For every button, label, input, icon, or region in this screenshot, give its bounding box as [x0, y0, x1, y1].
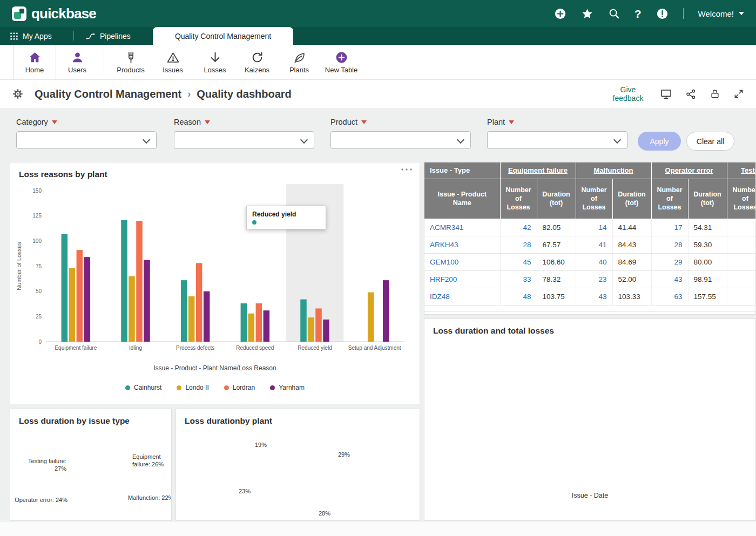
svg-text:Number of Losses: Number of Losses — [16, 242, 22, 290]
toolbar-item-users[interactable]: Users — [56, 45, 98, 79]
svg-text:Idling: Idling — [129, 345, 142, 351]
bar-lordran — [196, 263, 202, 342]
filter-label-plant: Plant — [487, 118, 505, 126]
svg-text:100: 100 — [32, 238, 42, 244]
clear-all-button[interactable]: Clear all — [686, 132, 734, 151]
losses-count-link[interactable] — [727, 253, 756, 270]
legend-dot — [177, 385, 181, 390]
display-mode-icon[interactable] — [660, 88, 672, 100]
give-feedback-link[interactable]: Give feedback — [609, 85, 647, 103]
duration-value: 59.30 — [688, 236, 727, 253]
losses-count-link[interactable]: 48 — [500, 288, 537, 305]
filter-marker-icon — [361, 120, 367, 124]
column-header-malfunction[interactable]: Malfunction — [576, 162, 651, 179]
losses-count-link[interactable]: 17 — [651, 219, 688, 236]
product-select[interactable] — [330, 131, 471, 149]
pipelines-link[interactable]: Pipelines — [85, 27, 131, 45]
issue-type-table-panel: Issue - TypeEquipment failureMalfunction… — [424, 162, 756, 315]
toolbar-item-label: Users — [68, 66, 86, 74]
svg-text:Reduced yield: Reduced yield — [298, 345, 332, 351]
panel-menu-icon[interactable] — [400, 168, 413, 171]
my-apps-link[interactable]: My Apps — [10, 27, 52, 45]
legend-item-lordran: Lordran — [224, 384, 255, 391]
losses-count-link[interactable]: 41 — [576, 236, 612, 253]
product-name-link[interactable]: HRF200 — [424, 270, 500, 288]
bar-cainhurst — [241, 303, 247, 342]
welcome-menu[interactable]: Welcome! — [698, 9, 744, 18]
add-icon[interactable] — [554, 8, 566, 20]
column-header-testing-failure[interactable]: Testing failure — [727, 162, 756, 179]
svg-text:25: 25 — [36, 314, 42, 320]
pie-label: Equipment failure: 26% — [132, 453, 172, 469]
filter-label-product: Product — [330, 118, 357, 126]
losses-count-link[interactable]: 43 — [651, 270, 688, 288]
losses-count-link[interactable]: 40 — [576, 253, 612, 270]
toolbar-item-products[interactable]: Products — [110, 45, 152, 79]
losses-count-link[interactable]: 28 — [651, 236, 688, 253]
toolbar-item-issues[interactable]: Issues — [152, 45, 194, 79]
toolbar-item-new-table[interactable]: New Table — [320, 45, 362, 79]
favorites-star-icon[interactable] — [581, 8, 593, 20]
settings-gear-icon[interactable] — [12, 88, 24, 100]
losses-count-link[interactable]: 42 — [500, 219, 537, 236]
reason-select[interactable] — [174, 131, 314, 149]
duration-value: 41.44 — [612, 219, 651, 236]
product-name-link[interactable]: ARKH43 — [424, 236, 500, 253]
filter-marker-icon — [52, 120, 57, 124]
pie-label: 19% — [255, 442, 267, 449]
losses-count-link[interactable] — [727, 219, 756, 236]
filter-label-reason: Reason — [174, 118, 201, 126]
filter-marker-icon — [509, 120, 514, 124]
losses-count-link[interactable]: 43 — [576, 288, 612, 305]
brand-name: quickbase — [31, 5, 96, 22]
fullscreen-icon[interactable] — [733, 89, 744, 99]
legend-item-yarnham: Yarnham — [270, 384, 305, 391]
column-header-operator-error[interactable]: Operator error — [651, 162, 727, 179]
product-name-link[interactable]: ACMR341 — [424, 219, 500, 236]
breadcrumb-app[interactable]: Quality Control Management — [35, 88, 181, 100]
app-tab-quality-control-management[interactable]: Quality Control Management — [153, 27, 293, 45]
product-name-link[interactable]: IDZ48 — [424, 288, 500, 305]
tooltip-row — [252, 220, 320, 225]
losses-count-link[interactable]: 63 — [651, 288, 688, 305]
leaf-icon — [293, 51, 306, 64]
lock-icon[interactable] — [710, 89, 720, 99]
toolbar-item-kaizens[interactable]: Kaizens — [236, 45, 278, 79]
help-icon[interactable]: ? — [634, 8, 642, 19]
toolbar-item-plants[interactable]: Plants — [278, 45, 320, 79]
losses-count-link[interactable]: 23 — [576, 270, 612, 288]
welcome-label: Welcome! — [698, 9, 734, 18]
legend-dot — [270, 385, 275, 390]
quickbase-logo[interactable]: quickbase — [12, 5, 96, 22]
losses-count-link[interactable] — [727, 288, 756, 305]
category-select[interactable] — [16, 131, 157, 149]
toolbar-item-losses[interactable]: Losses — [194, 45, 236, 79]
plant-select[interactable] — [487, 131, 627, 149]
losses-count-link[interactable]: 14 — [576, 219, 612, 236]
losses-count-link[interactable]: 45 — [500, 253, 537, 270]
pipelines-label: Pipelines — [100, 32, 131, 40]
svg-text:Setup and Adjustment: Setup and Adjustment — [348, 345, 401, 351]
panel-title: Loss duration and total losses — [424, 319, 755, 336]
svg-text:0: 0 — [38, 339, 42, 345]
refresh-icon — [251, 51, 264, 64]
losses-count-link[interactable]: 33 — [500, 270, 537, 288]
column-header-equipment-failure[interactable]: Equipment failure — [500, 162, 576, 179]
product-name-header: Issue - Product Name — [424, 179, 500, 219]
product-name-link[interactable]: GEM100 — [424, 253, 500, 270]
notifications-icon[interactable] — [656, 8, 669, 20]
legend-item-londo-ii: Londo II — [177, 384, 208, 391]
share-icon[interactable] — [685, 89, 697, 100]
panel-title: Loss durationby plant — [176, 409, 420, 426]
toolbar-item-home[interactable]: Home — [13, 45, 56, 79]
loss-duration-total-panel: Loss duration and total losses Issue - D… — [424, 318, 756, 521]
losses-count-link[interactable]: 29 — [651, 253, 688, 270]
loss-reasons-panel: Loss reasons by plant 0255075100125150Nu… — [10, 162, 420, 404]
losses-count-link[interactable] — [727, 236, 756, 253]
losses-count-link[interactable]: 28 — [500, 236, 537, 253]
table-row: ARKH432867.574184.432859.30 — [424, 236, 756, 253]
search-icon[interactable] — [608, 8, 620, 19]
losses-count-link[interactable] — [727, 270, 756, 288]
pie-label: 23% — [239, 488, 251, 496]
apply-button[interactable]: Apply — [638, 132, 681, 151]
